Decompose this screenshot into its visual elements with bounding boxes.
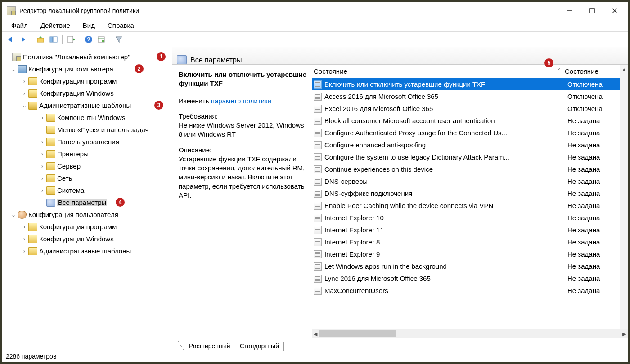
tree-root[interactable]: Политика "Локальный компьютер" 1 (4, 51, 170, 63)
expand-icon[interactable]: › (38, 151, 46, 157)
collapse-icon[interactable]: ⌄ (9, 66, 18, 72)
filter-button[interactable] (113, 34, 125, 45)
forward-button[interactable] (18, 34, 29, 45)
expand-icon[interactable]: › (38, 139, 46, 145)
svg-point-16 (102, 40, 104, 42)
list-item[interactable]: MaxConcurrentUsersНе задана (312, 284, 628, 297)
list-item[interactable]: Access 2016 для Microsoft Office 365Откл… (312, 90, 628, 102)
tree-item[interactable]: ›Конфигурация программ (4, 75, 170, 87)
setting-icon (314, 165, 322, 173)
list-item[interactable]: Lync 2016 для Microsoft Office 365Не зад… (312, 272, 628, 284)
collapse-icon[interactable]: ⌄ (9, 212, 18, 218)
list-item[interactable]: Configure enhanced anti-spoofingНе задан… (312, 139, 628, 151)
expand-icon[interactable]: › (38, 187, 46, 194)
setting-name: Excel 2016 для Microsoft Office 365 (324, 105, 567, 112)
svg-marker-7 (39, 36, 42, 38)
user-icon (18, 211, 27, 219)
scroll-left-icon[interactable]: ◀ (312, 329, 319, 338)
menu-help[interactable]: Справка (101, 21, 140, 30)
collapse-icon[interactable]: ⌄ (20, 102, 28, 109)
tree-item[interactable]: ›Система (4, 184, 170, 196)
horizontal-scrollbar[interactable]: ◀ ▶ (312, 329, 628, 338)
tree-item[interactable]: ›Административные шаблоны (4, 245, 170, 257)
list-item[interactable]: Internet Explorer 11Не задана (312, 224, 628, 236)
tree-item[interactable]: ›Конфигурация Windows (4, 233, 170, 245)
close-button[interactable] (603, 4, 626, 18)
expand-icon[interactable]: › (20, 248, 28, 254)
toolbar-separator (62, 35, 63, 44)
list-item[interactable]: Internet Explorer 9Не задана (312, 248, 628, 260)
scrollbar-thumb[interactable] (319, 330, 396, 337)
folder-icon (28, 89, 37, 98)
tree-item[interactable]: ›Сервер (4, 160, 170, 172)
tab-extended[interactable]: Расширенный (184, 342, 235, 351)
setting-icon (314, 238, 322, 246)
policy-icon (12, 53, 21, 61)
expand-icon[interactable]: › (20, 236, 28, 242)
tree-item[interactable]: ›Сеть (4, 172, 170, 184)
maximize-button[interactable] (581, 4, 603, 18)
setting-state: Не задана (567, 190, 627, 197)
tree-item[interactable]: ›Компоненты Windows (4, 111, 170, 124)
menu-action[interactable]: Действие (34, 21, 76, 30)
export-button[interactable] (65, 34, 77, 45)
menu-view[interactable]: Вид (76, 21, 101, 30)
tree-item[interactable]: ›Конфигурация программ (4, 221, 170, 233)
setting-name: Internet Explorer 9 (324, 250, 567, 258)
back-button[interactable] (5, 34, 17, 45)
menu-file[interactable]: Файл (5, 21, 34, 30)
setting-icon (314, 262, 322, 271)
list-item[interactable]: Continue experiences on this deviceНе за… (312, 163, 628, 175)
column-name[interactable]: Состояние (314, 67, 565, 75)
edit-policy-link[interactable]: параметр политики (211, 97, 271, 105)
list-item[interactable]: Configure Authenticated Proxy usage for … (312, 127, 628, 139)
svg-rect-9 (53, 37, 57, 42)
setting-icon (314, 275, 322, 283)
list-item[interactable]: Let Windows apps run in the backgroundНе… (312, 260, 628, 272)
scroll-right-icon[interactable]: ▶ (621, 329, 628, 338)
scroll-up-icon[interactable]: ▴ (620, 65, 628, 73)
setting-name: Continue experiences on this device (324, 165, 567, 173)
setting-icon (314, 80, 322, 89)
expand-icon[interactable]: › (38, 115, 46, 121)
svg-rect-1 (590, 9, 594, 13)
annotation-badge-1: 1 (157, 52, 166, 61)
list-item[interactable]: Internet Explorer 8Не задана (312, 236, 628, 248)
tree-item[interactable]: Меню «Пуск» и панель задач (4, 124, 170, 136)
list-item[interactable]: DNS-суффикс подключенияНе задана (312, 187, 628, 200)
list-item[interactable]: Block all consumer Microsoft account use… (312, 115, 628, 127)
list-item[interactable]: Configure the system to use legacy Dicti… (312, 151, 628, 163)
setting-state: Не задана (567, 178, 627, 185)
expand-icon[interactable]: › (20, 90, 28, 97)
expand-icon[interactable]: › (20, 224, 28, 230)
vertical-scrollbar[interactable]: ▴ (620, 65, 628, 329)
expand-icon[interactable]: › (38, 175, 46, 182)
list-item[interactable]: Internet Explorer 10Не задана (312, 212, 628, 224)
settings-list[interactable]: Включить или отключить устаревшие функци… (312, 78, 628, 329)
tree-item[interactable]: ›Принтеры (4, 148, 170, 160)
list-item[interactable]: Excel 2016 для Microsoft Office 365Отклю… (312, 102, 628, 115)
tree-item[interactable]: ›Панель управления (4, 136, 170, 148)
list-item[interactable]: Включить или отключить устаревшие функци… (312, 78, 628, 90)
expand-icon[interactable]: › (38, 163, 46, 169)
list-item[interactable]: DNS-серверыНе задана (312, 175, 628, 187)
tree-computer-config[interactable]: ⌄ Конфигурация компьютера 2 (4, 63, 170, 75)
tree-item[interactable]: ›Конфигурация Windows (4, 87, 170, 99)
tree-all-settings[interactable]: Все параметры 4 (4, 196, 170, 209)
expand-icon[interactable]: › (20, 78, 28, 84)
list-header[interactable]: Состояние ⌄ Состояние 5 (312, 65, 628, 78)
list-item[interactable]: Enable Peer Caching while the device con… (312, 200, 628, 212)
column-state[interactable]: ⌄ Состояние 5 (565, 67, 628, 75)
properties-button[interactable] (95, 34, 107, 45)
tree-user-config[interactable]: ⌄Конфигурация пользователя (4, 209, 170, 221)
window-controls (558, 4, 626, 18)
description-pane: Включить или отключить устаревшие функци… (172, 65, 312, 338)
minimize-button[interactable] (558, 4, 581, 18)
navigation-tree[interactable]: Политика "Локальный компьютер" 1 ⌄ Конфи… (2, 47, 172, 351)
show-hide-tree-button[interactable] (48, 34, 59, 45)
help-button[interactable]: ? (83, 34, 94, 45)
up-folder-button[interactable] (35, 34, 47, 45)
setting-icon (314, 117, 322, 125)
tree-admin-templates[interactable]: ⌄ Административные шаблоны 3 (4, 99, 170, 111)
tab-standard[interactable]: Стандартный (235, 342, 284, 351)
